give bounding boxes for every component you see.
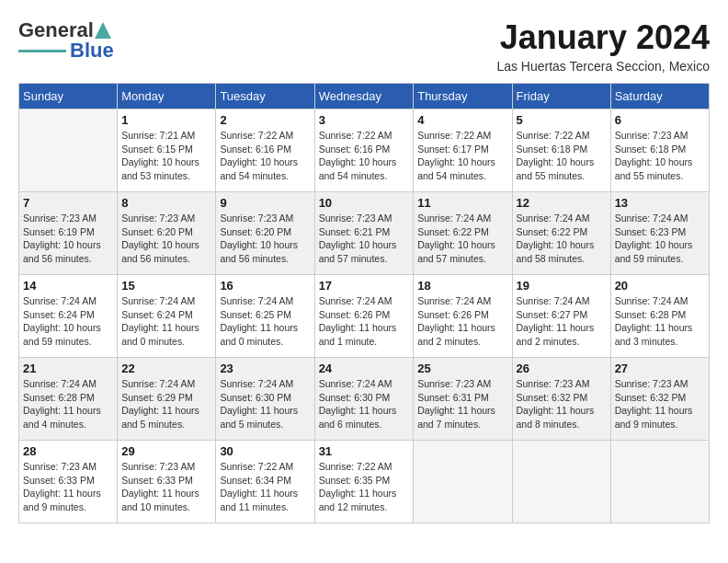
calendar-cell: 3Sunrise: 7:22 AM Sunset: 6:16 PM Daylig… [314,109,414,192]
day-number: 2 [220,113,310,127]
day-info: Sunrise: 7:21 AM Sunset: 6:15 PM Dayligh… [121,129,211,183]
col-saturday: Saturday [610,84,709,109]
calendar-cell: 4Sunrise: 7:22 AM Sunset: 6:17 PM Daylig… [414,109,512,192]
calendar-cell: 10Sunrise: 7:23 AM Sunset: 6:21 PM Dayli… [314,192,414,275]
calendar-cell: 12Sunrise: 7:24 AM Sunset: 6:22 PM Dayli… [512,192,610,275]
calendar-cell: 29Sunrise: 7:23 AM Sunset: 6:33 PM Dayli… [118,441,216,523]
calendar-cell: 19Sunrise: 7:24 AM Sunset: 6:27 PM Dayli… [512,275,610,358]
day-info: Sunrise: 7:22 AM Sunset: 6:18 PM Dayligh… [517,129,607,183]
day-info: Sunrise: 7:24 AM Sunset: 6:28 PM Dayligh… [23,377,113,431]
month-title: January 2024 [496,18,710,57]
day-number: 18 [417,279,507,293]
day-number: 6 [615,113,705,127]
calendar-cell [512,441,610,523]
svg-marker-0 [95,22,111,39]
calendar-cell: 23Sunrise: 7:24 AM Sunset: 6:30 PM Dayli… [216,358,314,441]
day-info: Sunrise: 7:24 AM Sunset: 6:24 PM Dayligh… [121,294,211,349]
calendar-week-1: 1Sunrise: 7:21 AM Sunset: 6:15 PM Daylig… [19,109,710,192]
calendar-week-4: 21Sunrise: 7:24 AM Sunset: 6:28 PM Dayli… [19,358,710,441]
day-number: 22 [121,362,211,375]
day-info: Sunrise: 7:22 AM Sunset: 6:35 PM Dayligh… [319,460,410,514]
day-info: Sunrise: 7:24 AM Sunset: 6:30 PM Dayligh… [319,377,410,431]
calendar-cell: 24Sunrise: 7:24 AM Sunset: 6:30 PM Dayli… [314,358,414,441]
calendar-cell: 13Sunrise: 7:24 AM Sunset: 6:23 PM Dayli… [610,192,709,275]
day-info: Sunrise: 7:24 AM Sunset: 6:24 PM Dayligh… [23,294,113,349]
calendar-cell: 14Sunrise: 7:24 AM Sunset: 6:24 PM Dayli… [19,275,118,358]
day-number: 26 [517,362,607,375]
calendar-cell [414,441,512,523]
title-section: January 2024 Las Huertas Tercera Seccion… [496,18,710,74]
day-number: 20 [615,279,705,293]
day-number: 9 [220,196,310,210]
day-number: 29 [121,444,211,458]
calendar-week-2: 7Sunrise: 7:23 AM Sunset: 6:19 PM Daylig… [19,192,710,275]
day-number: 12 [517,196,607,210]
calendar-cell [19,109,118,192]
calendar-week-3: 14Sunrise: 7:24 AM Sunset: 6:24 PM Dayli… [19,275,710,358]
day-info: Sunrise: 7:23 AM Sunset: 6:33 PM Dayligh… [23,460,113,514]
day-number: 7 [23,196,113,210]
day-number: 11 [417,196,507,210]
day-info: Sunrise: 7:23 AM Sunset: 6:21 PM Dayligh… [319,212,410,266]
day-number: 4 [417,113,507,127]
col-friday: Friday [512,84,610,109]
calendar-cell: 31Sunrise: 7:22 AM Sunset: 6:35 PM Dayli… [314,441,414,523]
day-info: Sunrise: 7:23 AM Sunset: 6:18 PM Dayligh… [615,129,705,183]
calendar-cell [610,441,709,523]
day-info: Sunrise: 7:22 AM Sunset: 6:16 PM Dayligh… [319,129,410,183]
day-number: 8 [121,196,211,210]
day-info: Sunrise: 7:23 AM Sunset: 6:20 PM Dayligh… [220,212,310,266]
calendar-cell: 6Sunrise: 7:23 AM Sunset: 6:18 PM Daylig… [610,109,709,192]
col-monday: Monday [118,84,216,109]
col-tuesday: Tuesday [216,84,314,109]
day-info: Sunrise: 7:22 AM Sunset: 6:16 PM Dayligh… [220,129,310,183]
logo: General Blue [18,18,114,63]
day-info: Sunrise: 7:23 AM Sunset: 6:32 PM Dayligh… [615,377,705,431]
day-number: 1 [121,113,211,127]
day-info: Sunrise: 7:24 AM Sunset: 6:29 PM Dayligh… [121,377,211,431]
col-thursday: Thursday [414,84,512,109]
calendar-table: Sunday Monday Tuesday Wednesday Thursday… [18,83,710,523]
day-number: 24 [319,362,410,375]
calendar-header-row: Sunday Monday Tuesday Wednesday Thursday… [19,84,710,109]
day-number: 14 [23,279,113,293]
day-number: 15 [121,279,211,293]
day-info: Sunrise: 7:24 AM Sunset: 6:28 PM Dayligh… [615,294,705,349]
calendar-cell: 25Sunrise: 7:23 AM Sunset: 6:31 PM Dayli… [414,358,512,441]
calendar-cell: 26Sunrise: 7:23 AM Sunset: 6:32 PM Dayli… [512,358,610,441]
calendar-cell: 16Sunrise: 7:24 AM Sunset: 6:25 PM Dayli… [216,275,314,358]
day-info: Sunrise: 7:24 AM Sunset: 6:30 PM Dayligh… [220,377,310,431]
calendar-cell: 7Sunrise: 7:23 AM Sunset: 6:19 PM Daylig… [19,192,118,275]
day-info: Sunrise: 7:22 AM Sunset: 6:34 PM Dayligh… [220,460,310,514]
day-number: 3 [319,113,410,127]
day-number: 16 [220,279,310,293]
calendar-week-5: 28Sunrise: 7:23 AM Sunset: 6:33 PM Dayli… [19,441,710,523]
calendar-cell: 11Sunrise: 7:24 AM Sunset: 6:22 PM Dayli… [414,192,512,275]
calendar-cell: 1Sunrise: 7:21 AM Sunset: 6:15 PM Daylig… [118,109,216,192]
calendar-cell: 9Sunrise: 7:23 AM Sunset: 6:20 PM Daylig… [216,192,314,275]
day-number: 19 [517,279,607,293]
day-info: Sunrise: 7:23 AM Sunset: 6:32 PM Dayligh… [517,377,607,431]
calendar-cell: 17Sunrise: 7:24 AM Sunset: 6:26 PM Dayli… [314,275,414,358]
day-info: Sunrise: 7:23 AM Sunset: 6:31 PM Dayligh… [417,377,507,431]
day-info: Sunrise: 7:24 AM Sunset: 6:27 PM Dayligh… [517,294,607,349]
location: Las Huertas Tercera Seccion, Mexico [496,59,710,74]
day-info: Sunrise: 7:22 AM Sunset: 6:17 PM Dayligh… [417,129,507,183]
logo-icon [95,22,111,39]
day-number: 25 [417,362,507,375]
day-info: Sunrise: 7:23 AM Sunset: 6:19 PM Dayligh… [23,212,113,266]
day-info: Sunrise: 7:24 AM Sunset: 6:26 PM Dayligh… [319,294,410,349]
day-info: Sunrise: 7:23 AM Sunset: 6:33 PM Dayligh… [121,460,211,514]
day-info: Sunrise: 7:24 AM Sunset: 6:26 PM Dayligh… [417,294,507,349]
calendar-cell: 22Sunrise: 7:24 AM Sunset: 6:29 PM Dayli… [118,358,216,441]
day-info: Sunrise: 7:23 AM Sunset: 6:20 PM Dayligh… [121,212,211,266]
calendar-cell: 2Sunrise: 7:22 AM Sunset: 6:16 PM Daylig… [216,109,314,192]
day-number: 27 [615,362,705,375]
logo-blue: Blue [70,39,114,63]
day-number: 17 [319,279,410,293]
day-number: 5 [517,113,607,127]
calendar-cell: 8Sunrise: 7:23 AM Sunset: 6:20 PM Daylig… [118,192,216,275]
day-info: Sunrise: 7:24 AM Sunset: 6:22 PM Dayligh… [517,212,607,266]
col-sunday: Sunday [19,84,118,109]
day-number: 23 [220,362,310,375]
